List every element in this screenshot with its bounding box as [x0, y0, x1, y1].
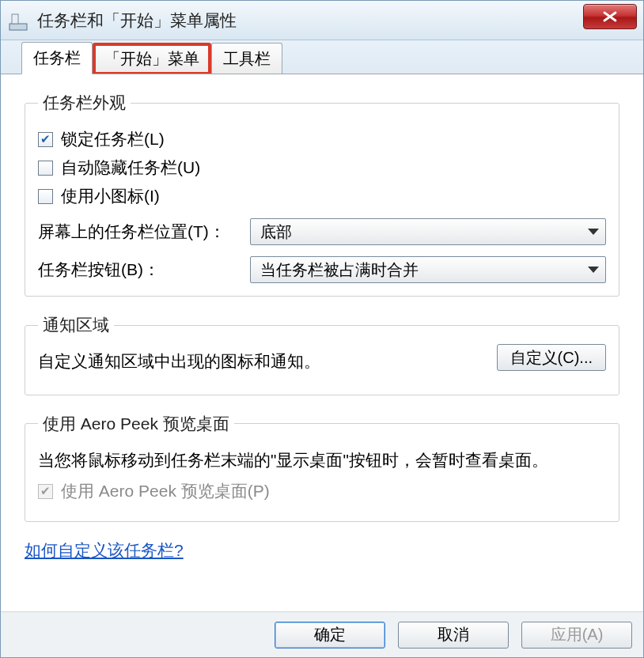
option-small-icons[interactable]: 使用小图标(I) — [38, 185, 606, 207]
dialog-window: 任务栏和「开始」菜单属性 任务栏 「开始」菜单 工具栏 任务栏外观 ✔ 锁定任务… — [0, 0, 644, 658]
checkbox-aero-peek: ✔ — [38, 484, 53, 499]
checkbox-small-icons[interactable] — [38, 189, 53, 204]
tab-strip: 任务栏 「开始」菜单 工具栏 — [1, 40, 643, 74]
cancel-button[interactable]: 取消 — [398, 622, 509, 649]
apply-button[interactable]: 应用(A) — [521, 622, 632, 649]
option-autohide[interactable]: 自动隐藏任务栏(U) — [38, 157, 606, 179]
tab-start-menu[interactable]: 「开始」菜单 — [93, 43, 211, 75]
group-aero-legend: 使用 Aero Peek 预览桌面 — [38, 413, 234, 435]
group-appearance-legend: 任务栏外观 — [38, 92, 131, 114]
group-notify: 通知区域 自定义通知区域中出现的图标和通知。 自定义(C)... — [25, 314, 619, 395]
option-lock-taskbar[interactable]: ✔ 锁定任务栏(L) — [38, 128, 606, 150]
close-icon — [602, 11, 618, 22]
select-position[interactable]: 底部 — [250, 218, 606, 245]
row-position: 屏幕上的任务栏位置(T)： 底部 — [38, 218, 606, 245]
group-appearance: 任务栏外观 ✔ 锁定任务栏(L) 自动隐藏任务栏(U) 使用小图标(I) 屏幕上… — [25, 92, 619, 297]
group-aero-peek: 使用 Aero Peek 预览桌面 当您将鼠标移动到任务栏末端的"显示桌面"按钮… — [25, 413, 619, 523]
checkbox-lock[interactable]: ✔ — [38, 132, 53, 147]
window-icon — [7, 9, 29, 32]
select-position-value: 底部 — [260, 221, 292, 243]
select-buttons[interactable]: 当任务栏被占满时合并 — [250, 256, 606, 283]
tab-panel-taskbar: 任务栏外观 ✔ 锁定任务栏(L) 自动隐藏任务栏(U) 使用小图标(I) 屏幕上… — [1, 74, 643, 611]
client-area: 任务栏 「开始」菜单 工具栏 任务栏外观 ✔ 锁定任务栏(L) 自动隐藏任务栏(… — [1, 40, 643, 657]
group-notify-legend: 通知区域 — [38, 314, 114, 336]
tab-taskbar[interactable]: 任务栏 — [21, 42, 93, 74]
ok-button[interactable]: 确定 — [275, 622, 385, 649]
svg-rect-1 — [12, 14, 18, 24]
label-position: 屏幕上的任务栏位置(T)： — [38, 221, 250, 243]
help-link[interactable]: 如何自定义该任务栏? — [25, 541, 184, 559]
row-buttons: 任务栏按钮(B)： 当任务栏被占满时合并 — [38, 256, 606, 283]
label-aero-peek: 使用 Aero Peek 预览桌面(P) — [61, 480, 270, 502]
tab-toolbars[interactable]: 工具栏 — [211, 43, 282, 74]
label-lock: 锁定任务栏(L) — [61, 128, 165, 150]
window-title: 任务栏和「开始」菜单属性 — [37, 9, 237, 32]
dialog-footer: 确定 取消 应用(A) — [1, 611, 643, 657]
titlebar[interactable]: 任务栏和「开始」菜单属性 — [1, 1, 643, 40]
close-button[interactable] — [583, 4, 637, 29]
label-autohide: 自动隐藏任务栏(U) — [61, 157, 200, 179]
chevron-down-icon — [588, 267, 599, 273]
chevron-down-icon — [588, 229, 599, 235]
label-buttons: 任务栏按钮(B)： — [38, 259, 250, 281]
aero-description: 当您将鼠标移动到任务栏末端的"显示桌面"按钮时，会暂时查看桌面。 — [38, 448, 606, 473]
select-buttons-value: 当任务栏被占满时合并 — [260, 259, 419, 281]
label-small-icons: 使用小图标(I) — [61, 185, 160, 207]
customize-button[interactable]: 自定义(C)... — [497, 344, 606, 371]
option-aero-peek: ✔ 使用 Aero Peek 预览桌面(P) — [38, 480, 606, 502]
notify-description: 自定义通知区域中出现的图标和通知。 — [38, 349, 320, 374]
checkbox-autohide[interactable] — [38, 161, 53, 176]
svg-rect-0 — [9, 24, 27, 30]
